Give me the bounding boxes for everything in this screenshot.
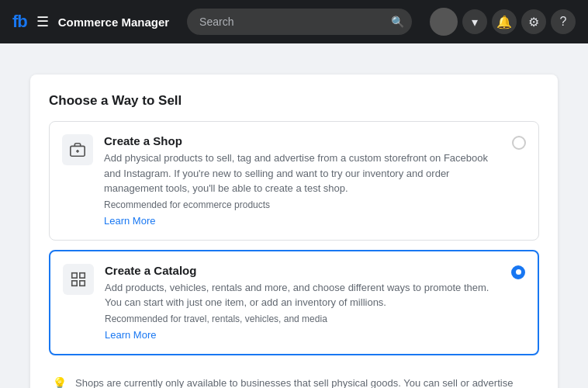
shop-option-content: Create a Shop Add physical products to s… [104, 134, 501, 227]
search-input[interactable] [187, 9, 412, 35]
main-content: Choose a Way to Sell Create a Shop Add p… [0, 43, 588, 388]
shop-description: Add physical products to sell, tag and a… [104, 151, 501, 196]
svg-rect-5 [72, 280, 77, 285]
help-icon-btn[interactable]: ? [551, 9, 576, 34]
bell-icon-btn[interactable]: 🔔 [492, 9, 517, 34]
catalog-option-content: Create a Catalog Add products, vehicles,… [105, 264, 500, 341]
shop-radio[interactable] [512, 136, 526, 150]
bulb-icon: 💡 [52, 376, 67, 389]
catalog-radio[interactable] [511, 265, 525, 279]
help-icon: ? [560, 15, 567, 29]
fb-logo: fb [12, 12, 27, 32]
catalog-title: Create a Catalog [105, 264, 500, 277]
catalog-icon [63, 264, 94, 295]
dropdown-icon-btn[interactable]: ▾ [462, 9, 487, 34]
card-title: Choose a Way to Sell [49, 93, 539, 109]
svg-rect-3 [72, 272, 77, 277]
catalog-learn-more[interactable]: Learn More [105, 329, 156, 341]
info-text: Shops are currently only available to bu… [75, 376, 536, 389]
topbar-actions: ▾ 🔔 ⚙ ? [430, 8, 576, 36]
info-box: 💡 Shops are currently only available to … [49, 365, 539, 389]
shop-learn-more[interactable]: Learn More [104, 215, 155, 227]
hamburger-icon[interactable]: ☰ [36, 13, 49, 30]
svg-rect-6 [80, 280, 85, 285]
search-area: 🔍 [178, 9, 420, 35]
create-shop-option[interactable]: Create a Shop Add physical products to s… [49, 121, 539, 241]
dropdown-icon: ▾ [472, 15, 478, 29]
topbar: fb ☰ Commerce Manager 🔍 ▾ 🔔 ⚙ ? [0, 0, 588, 43]
catalog-recommended: Recommended for travel, rentals, vehicle… [105, 314, 500, 324]
app-title: Commerce Manager [58, 16, 169, 29]
shop-recommended: Recommended for ecommerce products [104, 199, 501, 210]
shop-title: Create a Shop [104, 134, 501, 147]
catalog-description: Add products, vehicles, rentals and more… [105, 280, 500, 310]
svg-rect-4 [80, 272, 85, 277]
gear-icon-btn[interactable]: ⚙ [521, 9, 546, 34]
sell-options-card: Choose a Way to Sell Create a Shop Add p… [30, 74, 558, 388]
shop-icon [62, 134, 93, 165]
search-icon: 🔍 [391, 16, 404, 28]
gear-icon: ⚙ [528, 15, 539, 29]
avatar[interactable] [430, 8, 458, 36]
create-catalog-option[interactable]: Create a Catalog Add products, vehicles,… [49, 250, 539, 355]
bell-icon: 🔔 [496, 15, 512, 29]
